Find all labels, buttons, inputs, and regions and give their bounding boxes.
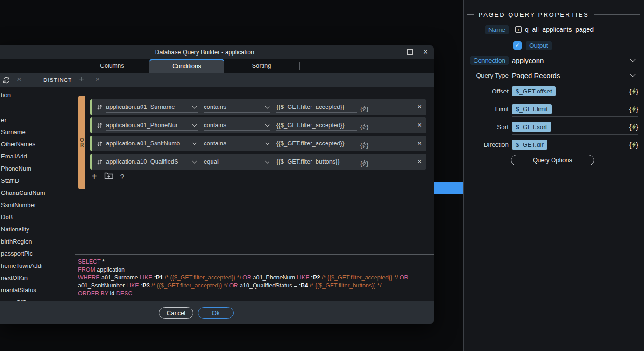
column-select[interactable]: application.a01_PhoneNur — [106, 120, 198, 131]
app-root: Database Query Builder - application × C… — [0, 0, 644, 351]
connection-underline — [512, 66, 638, 66]
dialog-tabs: Columns Conditions Sorting — [0, 59, 434, 73]
cancel-button[interactable]: Cancel — [159, 307, 193, 319]
tab-columns[interactable]: Columns — [75, 59, 149, 73]
value-input[interactable]: {{$_GET.filter_accepted}} — [276, 120, 357, 131]
or-group-bar[interactable]: O R — [78, 96, 85, 189]
ok-button[interactable]: Ok — [198, 307, 234, 319]
remove-condition-icon[interactable]: × — [418, 103, 422, 111]
column-list-item[interactable]: StaffID — [0, 175, 74, 187]
add-condition-icon[interactable]: + — [92, 172, 97, 180]
condition-accent — [90, 136, 92, 151]
column-list-item[interactable]: SsnitNumber — [0, 199, 74, 211]
sql-token: :P1 — [154, 274, 163, 281]
query-type-select[interactable]: Paged Records — [512, 72, 560, 79]
column-list-item[interactable]: DoB — [0, 211, 74, 223]
collapse-dash-icon[interactable] — [467, 14, 474, 15]
column-list-item[interactable]: tion — [0, 89, 74, 101]
panel-field-row: Offset $_GET.offset {} — [464, 85, 638, 98]
tab-sorting[interactable]: Sorting — [224, 59, 299, 73]
column-select[interactable]: application.a10_QualifiedS — [106, 157, 198, 167]
column-list-item[interactable]: Surname — [0, 126, 74, 138]
drag-handle-icon[interactable] — [97, 104, 106, 110]
dialog-titlebar: Database Query Builder - application × — [0, 45, 434, 59]
column-list-item[interactable]: OtherNames — [0, 138, 74, 150]
column-list-item[interactable]: er — [0, 114, 74, 126]
column-list-item[interactable]: Nationality — [0, 223, 74, 236]
or-group-label: O R — [78, 138, 85, 148]
column-list-item[interactable]: GhanaCardNum — [0, 187, 74, 199]
operator-select[interactable]: equal — [204, 157, 270, 167]
column-list-item[interactable]: nextOfKin — [0, 272, 74, 284]
info-icon[interactable]: i — [515, 26, 522, 33]
binding-picker-icon[interactable]: {} — [629, 88, 638, 95]
column-list-item[interactable]: PhoneNum — [0, 163, 74, 175]
connection-select[interactable]: applyconn — [512, 57, 544, 64]
output-row: ✓ Output — [513, 40, 638, 50]
sql-line: ORDER BY id DESC — [78, 290, 434, 298]
binding-picker-icon[interactable]: {} — [360, 160, 368, 167]
name-input[interactable]: q_all_applicants_paged — [525, 26, 594, 33]
column-list-item[interactable]: birthRegion — [0, 236, 74, 248]
remove-icon[interactable]: × — [95, 75, 100, 84]
add-icon[interactable]: + — [79, 74, 84, 85]
tab-conditions[interactable]: Conditions — [149, 59, 224, 73]
add-group-icon[interactable] — [104, 172, 113, 181]
maximize-icon[interactable] — [407, 49, 413, 55]
drag-handle-icon[interactable] — [97, 141, 106, 147]
field-value-tag[interactable]: $_GET.limit — [512, 104, 552, 114]
drag-handle-icon[interactable] — [97, 122, 106, 129]
binding-picker-icon[interactable]: {} — [360, 123, 368, 130]
field-value-tag[interactable]: $_GET.offset — [512, 86, 556, 96]
field-underline — [512, 152, 638, 152]
close-icon[interactable]: × — [419, 46, 432, 58]
dialog-footer: Cancel Ok — [0, 301, 434, 324]
selected-step-highlight[interactable] — [434, 182, 463, 194]
sql-preview: SELECT *FROM applicationWHERE a01_Surnam… — [75, 254, 434, 301]
sql-token: a01_Surname — [100, 274, 140, 281]
value-input[interactable]: {{$_GET.filter_accepted}} — [276, 102, 357, 113]
binding-picker-icon[interactable]: {} — [629, 123, 638, 131]
sql-line: SELECT * — [78, 258, 434, 266]
column-list-item[interactable]: maritalStatus — [0, 284, 74, 296]
field-value-tag[interactable]: $_GET.dir — [512, 140, 547, 150]
operator-select[interactable]: contains — [204, 138, 270, 149]
clear-icon[interactable]: × — [17, 75, 21, 84]
output-checkbox[interactable]: ✓ — [513, 41, 522, 50]
field-underline — [512, 116, 638, 117]
binding-picker-icon[interactable]: {} — [629, 141, 638, 149]
query-options-button[interactable]: Query Options — [511, 155, 594, 165]
column-list-item[interactable]: passportPic — [0, 248, 74, 260]
value-input[interactable]: {{$_GET.filter_buttons}} — [276, 157, 357, 167]
field-label: Direction — [464, 141, 509, 148]
field-value-tag[interactable]: $_GET.sort — [512, 122, 551, 132]
operator-select[interactable]: contains — [204, 120, 270, 131]
column-list-item[interactable]: nameOfSpouse — [0, 296, 74, 301]
name-row: Name i q_all_applicants_paged — [464, 23, 638, 36]
refresh-icon[interactable] — [2, 76, 11, 86]
condition-row: application.a01_PhoneNur contains {{$_GE… — [90, 117, 426, 133]
sql-token: /* {{$_GET.filter_accepted}} */ — [165, 274, 241, 281]
operator-select[interactable]: contains — [204, 102, 270, 113]
sql-token: DESC — [116, 290, 133, 297]
dialog-title: Database Query Builder - application — [0, 45, 409, 59]
value-input[interactable]: {{$_GET.filter_accepted}} — [276, 138, 357, 149]
help-icon[interactable]: ? — [120, 172, 124, 180]
condition-rows: application.a01_Surname contains {{$_GET… — [90, 99, 426, 172]
sql-token: * — [100, 258, 104, 265]
sql-token: /* {{$_GET.filter_buttons}} */ — [310, 282, 382, 289]
binding-picker-icon[interactable]: {} — [629, 106, 638, 113]
panel-field-row: Sort $_GET.sort {} — [464, 121, 638, 133]
panel-title: PAGED QUERY PROPERTIES — [479, 11, 589, 18]
column-select[interactable]: application.a01_SsnitNumb — [106, 138, 198, 149]
drag-handle-icon[interactable] — [97, 159, 106, 165]
column-list-item[interactable]: homeTownAddr — [0, 260, 74, 272]
binding-picker-icon[interactable]: {} — [360, 142, 368, 149]
column-select[interactable]: application.a01_Surname — [106, 102, 198, 113]
binding-picker-icon[interactable]: {} — [360, 105, 368, 112]
column-list-item[interactable]: EmailAdd — [0, 150, 74, 163]
remove-condition-icon[interactable]: × — [418, 158, 422, 166]
remove-condition-icon[interactable]: × — [418, 121, 422, 129]
chevron-down-icon — [192, 140, 197, 145]
remove-condition-icon[interactable]: × — [418, 139, 422, 148]
